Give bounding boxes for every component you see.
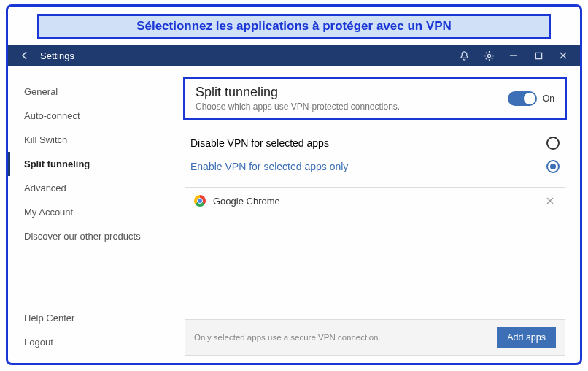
content-area: General Auto-connect Kill Switch Split t… [8,66,580,363]
sidebar-item-label: Kill Switch [24,134,67,145]
radio-disable-vpn[interactable]: Disable VPN for selected apps [185,131,565,155]
back-button[interactable] [17,47,33,64]
main-panel: Split tunneling Choose which apps use VP… [176,66,580,363]
chrome-icon [194,195,206,207]
gear-icon [484,50,495,61]
sidebar-item-help-center[interactable]: Help Center [8,306,176,330]
feature-subtitle: Choose which apps use VPN-protected conn… [196,102,508,112]
sidebar-item-label: Help Center [24,313,74,324]
radio-label: Enable VPN for selected apps only [190,161,348,172]
svg-point-0 [487,54,490,57]
mode-radio-group: Disable VPN for selected apps Enable VPN… [185,131,565,178]
sidebar-item-advanced[interactable]: Advanced [8,176,176,200]
sidebar-item-auto-connect[interactable]: Auto-connect [8,104,176,128]
sidebar-item-label: Auto-connect [24,110,80,121]
arrow-left-icon [20,50,30,61]
toggle-switch-icon [508,91,537,106]
svg-rect-1 [535,53,541,58]
titlebar: Settings [8,45,580,66]
toggle-label: On [543,93,554,104]
sidebar-item-kill-switch[interactable]: Kill Switch [8,128,176,152]
close-icon [546,197,554,204]
radio-enable-vpn-only[interactable]: Enable VPN for selected apps only [185,155,565,178]
minimize-icon [509,51,518,60]
sidebar-item-label: Advanced [24,183,66,194]
instruction-banner: Sélectionnez les applications à protéger… [37,14,551,39]
sidebar-item-my-account[interactable]: My Account [8,200,176,224]
radio-icon [546,137,560,150]
sidebar-item-label: General [24,86,58,97]
feature-header: Split tunneling Choose which apps use VP… [183,77,567,120]
radio-label: Disable VPN for selected apps [190,137,329,149]
sidebar-item-discover[interactable]: Discover our other products [8,224,176,248]
minimize-button[interactable] [501,45,526,66]
sidebar-item-label: My Account [24,207,73,218]
sidebar-item-split-tunneling[interactable]: Split tunneling [8,152,176,176]
sidebar: General Auto-connect Kill Switch Split t… [8,66,176,363]
apps-footer: Only selected apps use a secure VPN conn… [185,319,565,355]
radio-icon [546,160,560,173]
apps-list: Google Chrome Only selected apps use a s… [185,187,565,356]
close-icon [559,51,568,60]
window-title: Settings [40,50,74,61]
feature-title: Split tunneling [196,85,508,100]
maximize-icon [535,52,543,60]
remove-app-button[interactable] [544,195,556,207]
app-name: Google Chrome [213,196,280,207]
sidebar-item-label: Logout [24,337,53,348]
banner-text: Sélectionnez les applications à protéger… [136,19,452,34]
feature-toggle[interactable]: On [508,91,554,106]
add-apps-button[interactable]: Add apps [497,327,556,348]
settings-gear-button[interactable] [476,45,501,66]
sidebar-item-general[interactable]: General [8,80,176,104]
sidebar-item-label: Discover our other products [24,231,141,242]
sidebar-item-logout[interactable]: Logout [8,330,176,354]
app-window: Sélectionnez les applications à protéger… [6,4,582,365]
sidebar-item-label: Split tunneling [24,158,90,169]
maximize-button[interactable] [526,45,551,66]
notifications-button[interactable] [452,45,476,66]
close-window-button[interactable] [551,45,576,66]
app-row: Google Chrome [185,188,565,214]
bell-icon [459,50,470,61]
apps-footer-text: Only selected apps use a secure VPN conn… [194,333,381,342]
